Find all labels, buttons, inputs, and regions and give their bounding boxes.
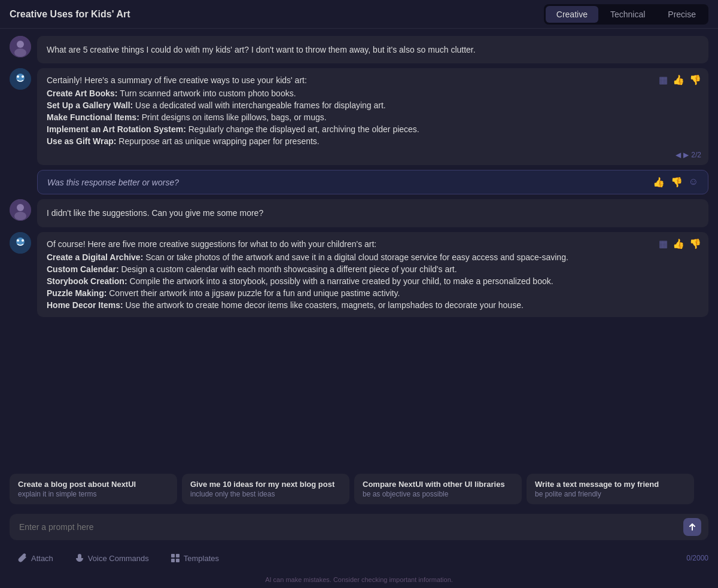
copy-icon-2[interactable]: ▦	[659, 238, 668, 249]
user-message-text-1: What are 5 creative things I could do wi…	[47, 45, 476, 54]
voice-commands-button[interactable]: Voice Commands	[66, 549, 157, 568]
page-title: Creative Uses for Kids' Art	[10, 9, 130, 20]
templates-label: Templates	[184, 554, 219, 563]
toolbar: Attach Voice Commands Templates 0/2000	[0, 543, 718, 574]
user-message-2: I didn't like the suggestions. Can you g…	[10, 199, 708, 227]
suggestion-card-3[interactable]: Compare NextUI with other UI libraries b…	[354, 474, 522, 504]
feedback-text: Was this response better or worse?	[47, 178, 179, 187]
svg-point-5	[17, 75, 19, 78]
prompt-input[interactable]	[19, 522, 679, 532]
attach-button[interactable]: Attach	[10, 549, 62, 568]
svg-rect-15	[171, 554, 175, 557]
send-icon	[688, 523, 696, 531]
svg-point-1	[17, 41, 24, 48]
ai-item-2-5: Home Decor Items: Use the artwork to cre…	[47, 300, 699, 310]
svg-rect-18	[176, 559, 180, 562]
svg-point-8	[17, 204, 24, 211]
ai-item-1-3: Make Functional Items: Print designs on …	[47, 112, 699, 122]
svg-point-6	[22, 75, 24, 78]
voice-label: Voice Commands	[88, 554, 149, 563]
feedback-icons: 👍 👎 ☺	[653, 176, 698, 188]
user-avatar-icon-1	[10, 36, 31, 57]
templates-icon	[171, 553, 180, 563]
user-avatar-icon-2	[10, 199, 31, 221]
svg-rect-17	[171, 559, 175, 562]
suggestion-title-2: Give me 10 ideas for my next blog post	[190, 480, 341, 489]
input-area	[0, 509, 718, 543]
ai-message-bubble-1: ▦ 👍 👎 Certainly! Here's a summary of fiv…	[37, 68, 708, 165]
footer-text: AI can make mistakes. Consider checking …	[265, 576, 453, 583]
messages-area: What are 5 creative things I could do wi…	[0, 29, 718, 469]
thumbdown-icon-1[interactable]: 👎	[689, 74, 701, 86]
ai-item-2-2: Custom Calendar: Design a custom calenda…	[47, 264, 699, 274]
ai-item-1-5: Use as Gift Wrap: Repurpose art as uniqu…	[47, 136, 699, 146]
svg-point-2	[14, 48, 26, 57]
suggestion-card-1[interactable]: Create a blog post about NextUI explain …	[10, 474, 177, 504]
thumbup-icon-1[interactable]: 👍	[673, 74, 684, 86]
prev-page-icon[interactable]: ◀	[676, 151, 681, 159]
voice-icon	[75, 553, 84, 563]
user-message-1: What are 5 creative things I could do wi…	[10, 36, 708, 63]
feedback-bar: Was this response better or worse? 👍 👎 ☺	[37, 170, 708, 194]
ai-item-2-1: Create a Digital Archive: Scan or take p…	[47, 252, 699, 262]
ai-avatar-2	[10, 232, 31, 254]
copy-icon-1[interactable]: ▦	[659, 74, 668, 86]
svg-rect-16	[176, 554, 180, 557]
templates-button[interactable]: Templates	[162, 549, 227, 568]
suggestion-card-4[interactable]: Write a text message to my friend be pol…	[527, 474, 694, 504]
suggestion-sub-2: include only the best ideas	[190, 490, 341, 498]
ai-intro-2: Of course! Here are five more creative s…	[47, 239, 699, 249]
send-button[interactable]	[683, 518, 701, 536]
feedback-thumbdown[interactable]: 👎	[671, 176, 683, 188]
char-count: 0/2000	[686, 554, 708, 562]
ai-avatar-1	[10, 68, 31, 90]
suggestion-sub-4: be polite and friendly	[535, 490, 686, 498]
user-message-bubble-1: What are 5 creative things I could do wi…	[37, 36, 708, 63]
suggestion-title-3: Compare NextUI with other UI libraries	[363, 480, 513, 489]
svg-point-13	[22, 239, 24, 242]
thumbup-icon-2[interactable]: 👍	[673, 238, 684, 249]
page-indicator-1: ◀ ▶ 2/2	[676, 151, 701, 159]
ai-message-1: ▦ 👍 👎 Certainly! Here's a summary of fiv…	[10, 68, 708, 165]
ai-avatar-icon-1	[10, 68, 31, 90]
header: Creative Uses for Kids' Art Creative Tec…	[0, 0, 718, 29]
tab-creative[interactable]: Creative	[546, 6, 598, 23]
thumbdown-icon-2[interactable]: 👎	[689, 238, 701, 249]
user-message-bubble-2: I didn't like the suggestions. Can you g…	[37, 199, 708, 227]
footer-note: AI can make mistakes. Consider checking …	[0, 574, 718, 588]
ai-message-2: ▦ 👍 👎 Of course! Here are five more crea…	[10, 232, 708, 317]
feedback-emoji[interactable]: ☺	[689, 176, 698, 188]
svg-point-12	[17, 239, 19, 242]
ai-item-1-2: Set Up a Gallery Wall: Use a dedicated w…	[47, 100, 699, 110]
user-message-text-2: I didn't like the suggestions. Can you g…	[47, 208, 263, 218]
svg-point-9	[14, 212, 26, 220]
input-box	[10, 514, 708, 540]
suggestion-card-2[interactable]: Give me 10 ideas for my next blog post i…	[182, 474, 349, 504]
suggestions-row: Create a blog post about NextUI explain …	[0, 469, 718, 509]
ai-item-1-1: Create Art Books: Turn scanned artwork i…	[47, 89, 699, 98]
ai-action-icons-2: ▦ 👍 👎	[659, 238, 701, 249]
tab-precise[interactable]: Precise	[657, 6, 707, 23]
ai-avatar-icon-2	[10, 232, 31, 254]
tab-technical[interactable]: Technical	[600, 6, 656, 23]
ai-action-icons-1: ▦ 👍 👎	[659, 74, 701, 86]
ai-message-bubble-2: ▦ 👍 👎 Of course! Here are five more crea…	[37, 232, 708, 317]
ai-item-2-3: Storybook Creation: Compile the artwork …	[47, 276, 699, 286]
ai-item-2-4: Puzzle Making: Convert their artwork int…	[47, 288, 699, 298]
suggestion-sub-3: be as objective as possible	[363, 490, 513, 498]
mode-tabs: Creative Technical Precise	[544, 4, 708, 25]
suggestion-title-4: Write a text message to my friend	[535, 480, 686, 489]
feedback-thumbup[interactable]: 👍	[653, 176, 665, 188]
user-avatar-1	[10, 36, 31, 57]
attach-icon	[18, 553, 28, 563]
ai-intro-1: Certainly! Here's a summary of five crea…	[47, 75, 699, 85]
suggestion-sub-1: explain it in simple terms	[18, 490, 169, 498]
page-number-1: 2/2	[691, 151, 701, 159]
user-avatar-2	[10, 199, 31, 221]
ai-item-1-4: Implement an Art Rotation System: Regula…	[47, 124, 699, 134]
attach-label: Attach	[31, 554, 53, 563]
suggestion-title-1: Create a blog post about NextUI	[18, 480, 169, 489]
next-page-icon[interactable]: ▶	[683, 151, 689, 159]
